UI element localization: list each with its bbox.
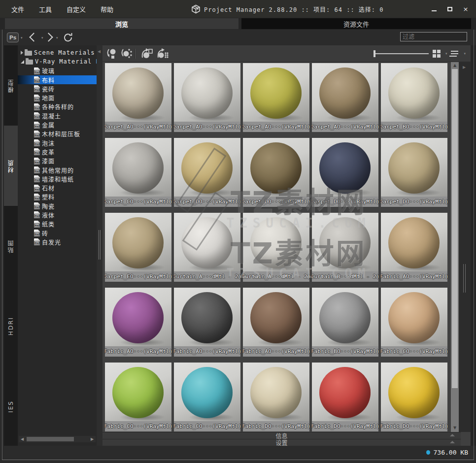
collapse-left-icon[interactable]: ◀ [98,49,101,54]
thumbnail-size-slider[interactable] [374,50,429,57]
tree-item[interactable]: MAT 漆面 [18,157,97,165]
maximize-icon[interactable] [443,3,456,14]
scroll-down-icon[interactable]: ▼ [451,426,459,430]
material-cell[interactable]: Carpet_DO···(VRayMtl) [312,138,378,207]
tree-grid-splitter[interactable]: ◀ [97,45,102,446]
close-icon[interactable]: × [459,3,472,14]
sort-dropdown-caret-icon[interactable]: ▾ [464,52,466,56]
library-tree-panel: Scene Materials V-Ray Material Libra MAT… [18,45,97,446]
material-cell[interactable]: Carpet_AO···(VRayMtl) [243,63,309,132]
tree-item[interactable]: MAT 地面 [18,93,97,102]
material-cell[interactable]: Curtain_B···dMtl - 2) [312,213,378,282]
tree-horizontal-scrollbar[interactable]: ◀ ▶ [19,436,96,442]
collapse-right-icon[interactable]: ▶ [463,65,466,69]
ps-dropdown-caret-icon[interactable]: ▾ [21,36,23,40]
material-cell[interactable]: Fabric_DO···(VRayMtl) [312,363,378,431]
menu-item[interactable]: 工具 [32,4,59,14]
tree-item[interactable]: MAT 塑料 [18,193,97,201]
grid-vertical-scrollbar[interactable]: ▲ ▼ [451,62,459,432]
update-all-previews-icon[interactable] [156,48,169,60]
filter-input[interactable] [400,32,467,41]
material-cell[interactable]: Carpet_DO···(VRayMtl) [243,138,309,207]
splitter-grip[interactable] [99,230,99,260]
material-name: Carpet_DO···(VRayMtl) [243,197,309,207]
tree-item[interactable]: MAT 金属 [18,120,97,129]
scroll-left-icon[interactable]: ◀ [19,437,26,441]
scroll-up-icon[interactable]: ▲ [451,63,459,67]
forward-icon[interactable] [44,33,53,41]
material-cell[interactable]: Carpet_DO···(VRayMtl) [174,138,240,207]
tree-item[interactable]: MAT 瓷砖 [18,84,97,93]
tab-resource-files[interactable]: 资源文件 [241,18,471,29]
expand-arrow-icon[interactable] [21,60,24,64]
material-cell[interactable]: Carpet_AO···(VRayMtl) [105,63,171,132]
scroll-thumb[interactable] [27,437,74,441]
tree-item[interactable]: MAT 自发光 [18,237,97,246]
tree-item[interactable]: MAT 石材 [18,183,97,192]
material-cell[interactable]: Fabric_DO···(VRayMtl) [243,363,309,431]
expand-arrow-icon[interactable] [21,51,23,55]
info-rollout[interactable]: 信息 [102,432,461,439]
tree-item[interactable]: MAT 纸类 [18,220,97,229]
assign-material-icon[interactable] [105,48,117,60]
tree-item[interactable]: MAT 玻璃 [18,66,97,75]
scroll-thumb[interactable] [452,69,458,388]
material-cell[interactable]: Fabric_DO···(VRayMtl) [381,363,447,431]
material-cell[interactable]: Fabric_CO···(VRayMtl) [381,288,447,357]
back-dropdown-caret-icon[interactable]: ▾ [41,36,43,40]
material-cell[interactable]: Fabric_CO···(VRayMtl) [105,363,171,431]
tree-item[interactable]: Scene Materials [18,48,97,57]
slider-thumb[interactable] [374,50,375,57]
photoshop-button[interactable]: Ps [7,33,19,42]
grid-view-icon[interactable] [433,50,441,58]
material-cell[interactable]: Fabric_AO···(VRayMtl) [381,213,447,282]
minimize-icon[interactable] [428,3,441,14]
material-cell[interactable]: Carpet_DO···(VRayMtl) [381,138,447,207]
material-cell[interactable]: Fabric_CO···(VRayMtl) [174,363,240,431]
tree-item[interactable]: MAT 液体 [18,210,97,219]
category-tab-贴图[interactable]: 贴图 [4,206,18,286]
update-preview-icon[interactable] [140,48,153,60]
tree-item[interactable]: MAT 木材和层压板 [18,130,97,138]
tree-item-label: 皮革 [42,148,55,156]
tree-item[interactable]: MAT 各种各样的 [18,102,97,111]
forward-dropdown-caret-icon[interactable]: ▾ [56,36,58,40]
menu-item[interactable]: 文件 [4,4,32,14]
back-icon[interactable] [29,33,38,41]
material-cell[interactable]: Fabric_AO···(VRayMtl) [174,288,240,357]
category-tab-IES[interactable]: IES [4,366,18,447]
scroll-track[interactable] [26,436,89,442]
category-tab-模型[interactable]: 模型 [4,45,18,126]
sort-icon[interactable] [451,50,459,58]
material-cell[interactable]: Curtain_A···dMtl - 2) [243,213,309,282]
settings-rollout[interactable]: 设置 [102,439,461,446]
menu-item[interactable]: 帮助 [93,4,121,14]
material-cell[interactable]: Fabric_AO···(VRayMtl) [105,288,171,357]
scroll-right-icon[interactable]: ▶ [89,437,96,441]
tree-item[interactable]: MAT 砖 [18,229,97,237]
menu-item[interactable]: 自定义 [59,4,93,14]
material-cell[interactable]: Carpet_AO···(VRayMtl) [312,63,378,132]
tree-item[interactable]: MAT 混凝土 [18,111,97,120]
tree-item[interactable]: MAT 皮革 [18,147,97,156]
tree-item[interactable]: MAT 墙漆和墙纸 [18,174,97,183]
category-tab-HDRI[interactable]: HDRI [4,286,18,366]
material-cell[interactable]: Fabric_AO···(VRayMtl) [243,288,309,357]
material-cell[interactable]: Carpet_CO···(VRayMtl) [105,138,171,207]
tab-browse[interactable]: 浏览 [5,18,238,29]
gutter-grip[interactable] [463,264,464,293]
material-cell[interactable]: Carpet_BO···(VRayMtl) [381,63,447,132]
tree-item[interactable]: MAT 泡沫 [18,138,97,147]
tree-item[interactable]: MAT 陶瓷 [18,201,97,210]
assign-to-selection-icon[interactable] [120,48,132,60]
tree-item[interactable]: V-Ray Material Libra [18,57,97,66]
tree-item[interactable]: MAT 布料 [18,75,97,84]
material-cell[interactable]: Fabric_BO···(VRayMtl) [312,288,378,357]
refresh-icon[interactable] [63,33,73,42]
material-cell[interactable]: Curtain_A···dMtl - 2) [174,213,240,282]
material-cell[interactable]: Carpet_AO···(VRayMtl) [174,63,240,132]
category-tab-材质[interactable]: 材质 [4,126,18,206]
view-dropdown-caret-icon[interactable]: ▾ [445,52,447,56]
tree-item[interactable]: MAT 其他常用的 [18,165,97,174]
material-cell[interactable]: Carpet_EO···(VRayMtl) [105,213,171,282]
